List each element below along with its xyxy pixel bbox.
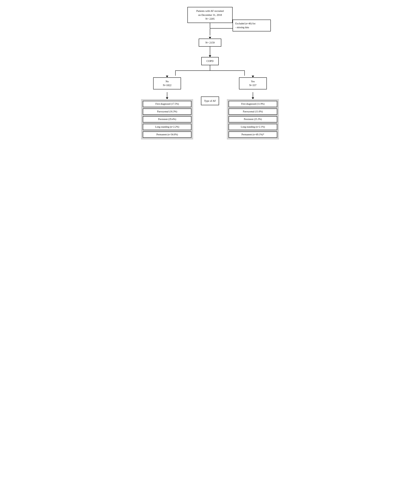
arrow-down-1 [209,37,211,39]
yes-item-4: Long-standing (n=2.1%) [229,124,277,130]
yes-item-2: Paroxysmal (11.6%) [229,108,277,115]
n2159-box: N= 2159 [199,39,221,47]
excluded-box: Excluded (n=46) for: - missing data [233,19,271,31]
top-box: Patients with AF recruited on December 3… [187,7,233,23]
top-box-line2: on December 31, 2018 [191,13,229,17]
yes-arrow-down-2 [252,97,254,99]
yes-item-5: Permanent (n=49.1%)* [229,132,277,138]
no-arrow-down [166,76,168,77]
yes-label-line1: Yes [242,79,263,84]
no-item-4: Long-standing (n=2.2%) [143,124,191,130]
yes-label-line2: N=337 [242,83,263,87]
excluded-line2: - missing data [235,26,268,29]
no-item-2: Paroxysmal (16.3%) [143,108,191,115]
no-box: No N=1822 [153,77,181,89]
type-af-label: Type of AF [204,99,216,102]
no-item-5: Permanent (n=34.6%) [143,132,191,138]
yes-arrow-down [252,76,254,77]
no-branch-col: No N=1822 First diagnosed (17.5%) Paroxy… [139,76,195,139]
copd-box: COPD [201,57,219,65]
no-item-1: First diagnosed (17.5%) [143,101,191,107]
yes-item-1: First diagnosed (11.9%) [229,101,277,107]
copd-label: COPD [207,60,213,62]
top-box-line1: Patients with AF recruited [191,9,229,13]
flowchart: Patients with AF recruited on December 3… [139,7,281,139]
type-af-box: Type of AF [201,96,219,105]
yes-box: Yes N=337 [239,77,267,89]
no-item-3: Persistent (29.4%) [143,116,191,122]
no-arrow-down-2 [166,97,168,99]
excluded-line1: Excluded (n=46) for: [235,22,268,25]
arrow-down-2 [209,55,211,57]
no-label-line2: N=1822 [157,83,178,87]
yes-item-3: Persistent (25.3%) [229,116,277,122]
yes-branch-col: Yes N=337 First diagnosed (11.9%) Paroxy… [225,76,281,139]
top-box-line3: N= 2205 [191,17,229,21]
type-af-col: Type of AF [196,76,224,105]
branch-row: No N=1822 First diagnosed (17.5%) Paroxy… [139,76,281,139]
no-gray-panel: First diagnosed (17.5%) Paroxysmal (16.3… [141,99,193,139]
yes-gray-panel: First diagnosed (11.9%) Paroxysmal (11.6… [227,99,279,139]
n2159-label: N= 2159 [205,41,215,44]
no-label-line1: No [157,79,178,84]
